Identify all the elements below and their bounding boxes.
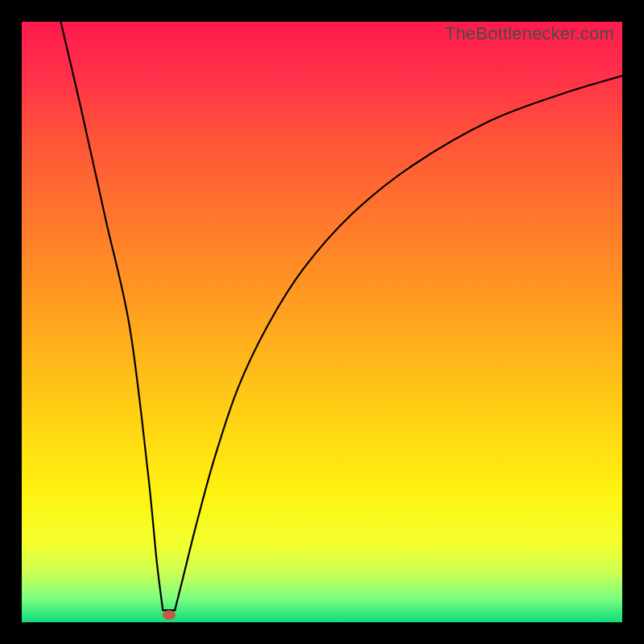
- watermark-text: TheBottlenecker.com: [445, 23, 614, 44]
- bottleneck-curve: [22, 22, 622, 622]
- chart-frame: TheBottlenecker.com: [0, 0, 644, 644]
- frame-border-bottom: [0, 622, 644, 644]
- frame-border-top: [0, 0, 644, 22]
- optimal-point-marker: [163, 610, 175, 620]
- frame-border-left: [0, 0, 22, 644]
- plot-area: TheBottlenecker.com: [22, 22, 622, 622]
- frame-border-right: [622, 0, 644, 644]
- curve-right-branch: [175, 76, 622, 610]
- curve-left-branch: [60, 22, 163, 610]
